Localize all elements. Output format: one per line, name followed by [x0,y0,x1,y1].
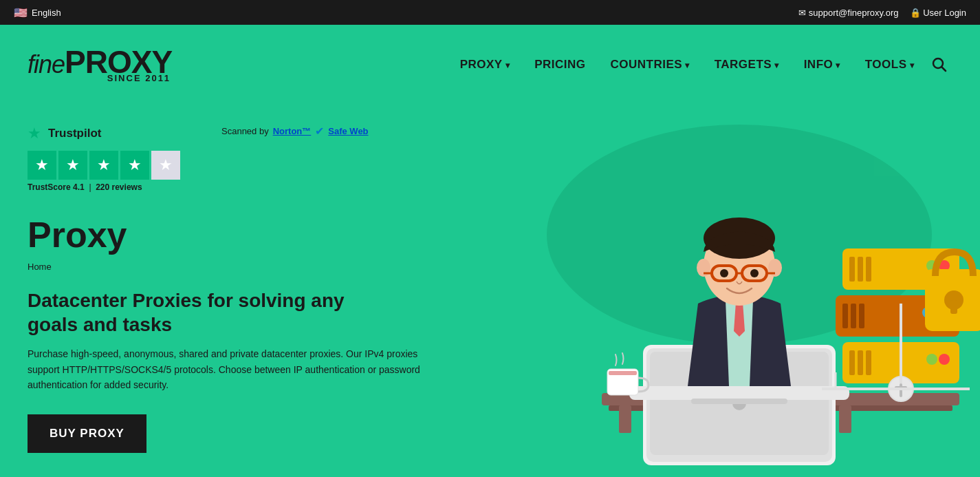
svg-rect-28 [858,257,863,282]
safe-web-label: Safe Web [328,126,368,136]
star-4: ★ [120,151,149,180]
star-2: ★ [58,151,87,180]
trustpilot-label: Trustpilot [48,127,101,140]
svg-point-25 [750,269,759,277]
hero-headline: Datacenter Proxies for solving any goals… [28,288,495,337]
svg-rect-40 [858,350,863,375]
user-login-link[interactable]: 🔒 User Login [910,8,967,18]
main-nav: PROXY ▾ PRICING COUNTRIES ▾ TARGETS ▾ IN… [448,25,952,104]
svg-rect-33 [842,304,848,328]
nav-pricing[interactable]: PRICING [522,25,598,104]
nav-targets-label: TARGETS [715,58,772,72]
safe-web-link[interactable]: Safe Web [328,126,368,136]
svg-rect-52 [950,300,957,314]
norton-prefix: Scanned by [221,126,269,136]
language-label: English [32,8,61,18]
review-count: 220 reviews [96,182,142,192]
svg-rect-39 [849,350,855,375]
nav-countries-label: COUNTRIES [611,58,683,72]
nav-targets[interactable]: TARGETS ▾ [702,25,792,104]
svg-line-1 [942,67,946,71]
norton-check-icon: ✔ [315,125,324,138]
hero-illustration [499,104,980,469]
support-email: support@fineproxy.org [809,8,899,18]
nav-info[interactable]: INFO ▾ [792,25,853,104]
chevron-down-icon: ▾ [685,61,690,70]
hero-section: ★ Trustpilot ★ ★ ★ ★ ★ TrustScore 4.1 | … [0,104,980,477]
svg-rect-5 [619,405,631,433]
headline-line2: goals and tasks [28,314,172,335]
trust-row: ★ Trustpilot ★ ★ ★ ★ ★ TrustScore 4.1 | … [28,125,495,204]
topbar-actions: ✉ support@fineproxy.org 🔒 User Login [798,8,966,18]
trustpilot-star-icon: ★ [28,125,41,142]
site-logo[interactable]: fine PROXY SINCE 2011 [28,46,172,83]
trustpilot-header: ★ Trustpilot [28,125,180,142]
chevron-down-icon: ▾ [836,61,840,70]
norton-link[interactable]: Norton™ [273,126,312,136]
star-5: ★ [151,151,180,180]
search-button[interactable] [926,25,952,104]
user-login-label: User Login [923,8,966,18]
trustpilot-stars: ★ ★ ★ ★ ★ [28,151,180,180]
hero-svg [499,104,980,469]
hero-content: ★ Trustpilot ★ ★ ★ ★ ★ TrustScore 4.1 | … [28,125,495,453]
chevron-down-icon: ▾ [505,61,510,70]
chevron-down-icon: ▾ [774,61,779,70]
hero-description: Purchase high-speed, anonymous, shared a… [28,346,426,392]
flag-icon: 🇺🇸 [14,6,28,19]
email-icon: ✉ [798,8,806,18]
nav-tools[interactable]: TOOLS ▾ [853,25,926,104]
svg-rect-11 [629,386,849,400]
buy-proxy-button[interactable]: BUY PROXY [28,414,146,453]
lock-icon: 🔒 [910,8,921,18]
norton-label: Norton™ [273,126,312,136]
nav-proxy-label: PROXY [460,58,503,72]
breadcrumb: Home [28,262,495,272]
star-3: ★ [89,151,118,180]
main-header: fine PROXY SINCE 2011 PROXY ▾ PRICING CO… [0,25,980,104]
page-title: Proxy [28,215,495,255]
norton-badge: Scanned by Norton™ ✔ Safe Web [221,125,369,138]
nav-info-label: INFO [804,58,834,72]
trustpilot-block: ★ Trustpilot ★ ★ ★ ★ ★ TrustScore 4.1 | … [28,125,180,204]
topbar-lang[interactable]: 🇺🇸 English [14,6,61,19]
headline-line1: Datacenter Proxies for solving any [28,290,345,311]
nav-proxy[interactable]: PROXY ▾ [448,25,523,104]
chevron-down-icon: ▾ [910,61,915,70]
svg-rect-14 [609,371,637,375]
svg-rect-41 [866,350,871,375]
svg-rect-34 [851,304,856,328]
trust-score: TrustScore 4.1 | 220 reviews [28,182,180,192]
nav-pricing-label: PRICING [534,58,585,72]
svg-point-24 [720,269,728,277]
svg-rect-35 [859,304,864,328]
logo-since: SINCE 2011 [26,74,171,83]
topbar: 🇺🇸 English ✉ support@fineproxy.org 🔒 Use… [0,0,980,25]
svg-rect-29 [866,257,871,282]
svg-rect-27 [849,257,855,282]
support-email-link[interactable]: ✉ support@fineproxy.org [798,8,898,18]
svg-rect-6 [839,405,851,433]
svg-point-43 [926,354,937,365]
trust-score-value: TrustScore 4.1 [28,182,85,192]
svg-rect-12 [691,399,787,404]
star-1: ★ [28,151,56,180]
nav-countries[interactable]: COUNTRIES ▾ [598,25,702,104]
svg-point-42 [939,354,950,365]
nav-tools-label: TOOLS [865,58,907,72]
